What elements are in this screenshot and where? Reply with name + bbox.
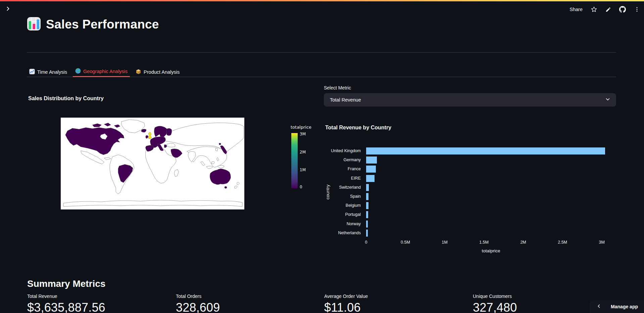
bar-category-label: United Kingdom <box>324 146 361 155</box>
tab-bar: Time Analysis Geographic Analysis Produc… <box>27 66 616 77</box>
x-axis-ticks: 00.5M1M1.5M2M2.5M3M <box>366 240 616 245</box>
globe-icon <box>75 68 81 75</box>
package-icon <box>136 69 141 75</box>
bar-category-label: Belgium <box>324 201 361 210</box>
tab-product-analysis[interactable]: Product Analysis <box>133 66 182 77</box>
bar-norway <box>366 221 368 228</box>
summary-metrics-heading: Summary Metrics <box>27 278 105 289</box>
bar-belgium <box>366 202 368 209</box>
bar-chart-title: Total Revenue by Country <box>325 125 391 131</box>
chevron-down-icon <box>605 96 611 104</box>
sidebar-expand-button[interactable] <box>3 5 13 14</box>
bar-plot-area <box>366 146 616 238</box>
tab-geographic-analysis[interactable]: Geographic Analysis <box>73 66 130 77</box>
metric-value: $11.06 <box>324 301 468 313</box>
bar-germany <box>366 156 377 164</box>
x-tick-label: 1.5M <box>479 240 489 245</box>
bar-category-label: Netherlands <box>324 229 361 238</box>
metric-value: $3,635,887.56 <box>27 301 171 313</box>
github-icon[interactable] <box>619 6 626 13</box>
top-decoration-bar <box>0 0 644 1</box>
metric-average-order-value: Average Order Value $11.06 <box>324 294 468 313</box>
tab-label: Time Analysis <box>37 69 67 75</box>
x-tick-label: 2.5M <box>558 240 567 245</box>
x-axis-title: totalprice <box>482 248 500 253</box>
metric-label: Unique Customers <box>473 294 617 299</box>
metric-select[interactable]: Total Revenue <box>324 93 616 107</box>
metric-label: Total Orders <box>176 294 320 299</box>
overflow-menu-icon[interactable] <box>634 6 640 12</box>
chevron-left-icon <box>596 304 601 310</box>
metric-value: 328,609 <box>176 301 320 313</box>
colorbar-tick-label: 1M <box>300 168 306 172</box>
tab-label: Geographic Analysis <box>83 69 128 74</box>
chart-increasing-icon <box>29 69 35 75</box>
metric-label: Total Revenue <box>27 294 171 299</box>
map-section-title: Sales Distribution by Country <box>28 96 104 102</box>
x-tick-label: 3M <box>599 240 604 245</box>
bar-category-label: France <box>324 165 361 174</box>
colorbar-tick-label: 0 <box>300 185 302 189</box>
bar-united-kingdom <box>366 147 605 154</box>
favorite-star-icon[interactable] <box>591 6 597 13</box>
page-title: Sales Performance <box>46 17 159 32</box>
colorbar-title: totalprice <box>291 125 311 130</box>
bar-category-label: EIRE <box>324 174 361 183</box>
chevron-right-icon <box>5 5 11 13</box>
world-choropleth-map <box>60 117 245 210</box>
colorbar-tick-label: 3M <box>300 132 306 136</box>
share-button[interactable]: Share <box>569 7 583 12</box>
bar-category-label: Spain <box>324 192 361 201</box>
x-tick-label: 2M <box>520 240 526 245</box>
x-tick-label: 0 <box>365 240 367 245</box>
edit-pencil-icon[interactable] <box>605 7 611 12</box>
metric-select-value: Total Revenue <box>330 97 605 103</box>
bar-chart-emoji-icon <box>27 17 41 32</box>
bar-switzerland <box>366 184 369 191</box>
bar-category-label: Norway <box>324 220 361 229</box>
x-tick-label: 1M <box>442 240 447 245</box>
viridis-colorbar <box>291 133 298 188</box>
bar-eire <box>366 175 375 182</box>
metric-label: Average Order Value <box>324 294 468 299</box>
select-metric-label: Select Metric <box>324 85 351 90</box>
bar-france <box>366 166 376 173</box>
streamlit-app: { "toolbar": { "share_label": "Share" },… <box>0 0 644 313</box>
x-tick-label: 0.5M <box>401 240 410 245</box>
metric-total-orders: Total Orders 328,609 <box>176 294 320 313</box>
colorbar-tick-label: 2M <box>300 150 306 154</box>
manage-app-label: Manage app <box>611 304 638 309</box>
bar-netherlands <box>366 230 368 237</box>
manage-app-button[interactable]: Manage app <box>590 300 644 313</box>
app-toolbar: Share <box>569 4 640 15</box>
bar-category-label: Portugal <box>324 210 361 219</box>
bar-category-label: Switzerland <box>324 183 361 192</box>
bar-portugal <box>366 211 368 218</box>
tab-time-analysis[interactable]: Time Analysis <box>27 66 69 77</box>
tab-label: Product Analysis <box>144 69 180 75</box>
app-header: Sales Performance <box>27 17 159 32</box>
bar-category-label: Germany <box>324 155 361 165</box>
metric-total-revenue: Total Revenue $3,635,887.56 <box>27 294 171 313</box>
bar-spain <box>366 193 368 200</box>
horizontal-divider <box>27 52 616 53</box>
